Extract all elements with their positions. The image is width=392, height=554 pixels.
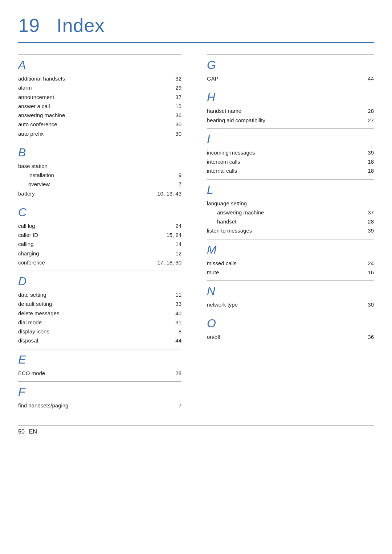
entry-page: 30 [352,300,374,309]
entry-page: 9 [160,171,181,179]
footer-page-number: 50 [18,428,25,435]
entry-label: display icons [18,327,49,336]
index-section-d: Ddate setting11default setting33delete m… [18,271,181,345]
entry-label: GAP [207,74,219,83]
entry-page: 44 [160,336,181,345]
index-section-b: Bbase stationinstallation9overview7batte… [18,142,181,198]
entry-label: mute [207,268,219,276]
entry-label: on/off [207,333,220,341]
index-entry: GAP44 [207,74,374,83]
entry-label: caller ID [18,231,38,239]
index-entry: handset name28 [207,106,374,115]
letter-heading: F [18,385,181,399]
entry-page: 10, 13, 43 [157,189,181,198]
letter-heading: H [207,91,374,104]
entry-page: 39 [352,148,374,157]
letter-heading: A [18,58,181,72]
entry-label: base station [18,162,48,170]
entry-label: auto prefix [18,130,44,138]
left-column: Aadditional handsets32alarm29announcemen… [18,53,196,414]
entry-page: 7 [160,180,181,188]
entry-label: answering machine [217,208,264,217]
entry-label: answering machine [18,111,65,119]
entry-page: 8 [160,327,181,336]
entry-page: 37 [160,93,181,101]
entry-page: 18 [352,167,374,175]
index-entry: installation9 [18,171,181,180]
letter-heading: O [207,317,374,330]
entry-label: calling [18,240,34,248]
index-columns: Aadditional handsets32alarm29announcemen… [18,53,374,414]
entry-label: disposal [18,336,38,345]
entry-page: 27 [352,116,374,124]
index-entry: additional handsets32 [18,74,181,83]
entry-page: 12 [160,249,181,258]
index-section-o: Oon/off36 [207,313,374,341]
entry-label: overview [28,180,50,188]
letter-heading: G [207,58,374,72]
section-rule [207,128,374,129]
index-entry: alarm29 [18,83,181,92]
index-entry: network type30 [207,300,374,309]
index-section-n: Nnetwork type30 [207,280,374,309]
entry-label: charging [18,249,39,258]
letter-heading: M [207,243,374,257]
entry-label: dial mode [18,318,42,327]
entry-label: battery [18,189,35,198]
index-entry: language setting [207,199,374,208]
entry-page: 15 [160,102,181,110]
entry-page: 28 [352,217,374,226]
entry-page: 37 [352,208,374,217]
index-entry: answering machine37 [207,208,374,217]
entry-label: date setting [18,291,46,299]
section-rule [207,313,374,313]
entry-label: incoming messages [207,148,255,157]
section-rule [18,349,181,349]
index-entry: date setting11 [18,290,181,299]
entry-label: conference [18,258,45,267]
index-section-l: Llanguage settinganswering machine37hand… [207,179,374,235]
index-section-c: Ccall log24caller ID15, 24calling14charg… [18,202,181,267]
index-section-i: Iincoming messages39intercom calls18inte… [207,128,374,176]
entry-page: 39 [352,226,374,235]
index-entry: charging12 [18,249,181,258]
entry-label: network type [207,300,238,309]
entry-page: 18 [352,157,374,166]
index-section-a: Aadditional handsets32alarm29announcemen… [18,54,181,138]
index-entry: dial mode31 [18,318,181,327]
index-entry: announcement37 [18,93,181,102]
entry-label: handset name [207,107,241,115]
chapter-label: Index [57,15,105,36]
entry-page: 15, 24 [160,231,181,239]
entry-label: announcement [18,93,54,101]
index-entry: find handsets/paging7 [18,401,181,410]
page-title: 19 Index [18,15,374,36]
index-entry: disposal44 [18,336,181,345]
entry-label: listen to messages [207,226,252,235]
index-entry: intercom calls18 [207,157,374,166]
index-entry: auto conference30 [18,120,181,129]
entry-page: 30 [160,120,181,128]
right-column: GGAP44Hhandset name28hearing aid compati… [196,53,374,414]
section-rule [18,381,181,382]
entry-label: find handsets/paging [18,401,68,410]
entry-page: 24 [352,259,374,267]
section-rule [207,87,374,87]
index-entry: battery10, 13, 43 [18,189,181,198]
letter-heading: I [207,132,374,146]
entry-page: 17, 18, 30 [157,258,181,267]
index-entry: call log24 [18,221,181,230]
index-entry: handset28 [207,217,374,226]
entry-page: 36 [160,111,181,119]
section-rule [18,54,181,55]
index-entry: default setting33 [18,299,181,308]
entry-label: call log [18,222,35,230]
index-entry: answering machine36 [18,111,181,120]
title-divider [18,42,374,43]
index-entry: listen to messages39 [207,226,374,235]
index-entry: auto prefix30 [18,129,181,138]
index-entry: calling14 [18,239,181,249]
entry-label: default setting [18,300,52,308]
index-entry: overview7 [18,180,181,189]
index-entry: answer a call15 [18,102,181,111]
